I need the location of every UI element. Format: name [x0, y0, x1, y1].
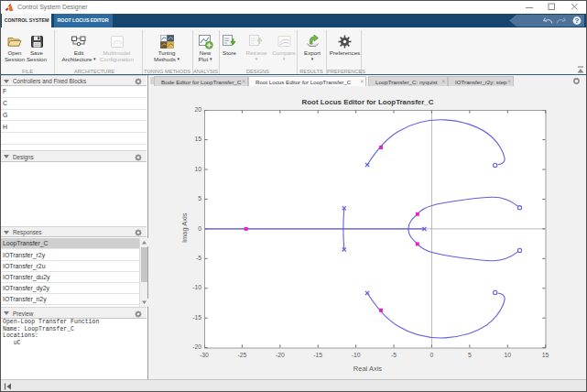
- svg-text:?: ?: [575, 16, 580, 25]
